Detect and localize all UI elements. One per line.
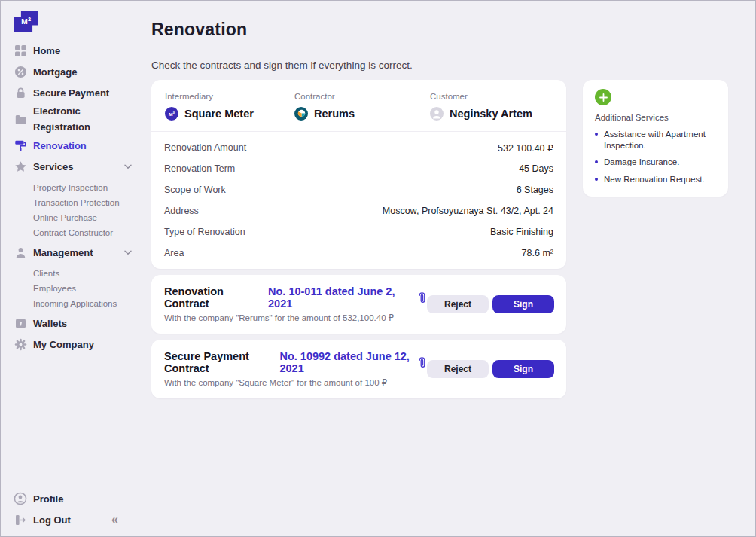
contract-actions: Reject Sign [427, 295, 554, 313]
sidebar-footer: Profile Log Out « [14, 488, 139, 530]
detail-row-type: Type of Renovation Basic Finishing [164, 221, 553, 243]
sidebar-subitem-employees[interactable]: Employees [33, 281, 139, 296]
contract-details-card: Intermediary м² Square Meter Contractor [151, 80, 566, 269]
sidebar-subitem-property-inspection[interactable]: Property Inspection [33, 180, 139, 195]
detail-label: Renovation Term [164, 163, 235, 174]
detail-label: Type of Renovation [164, 227, 245, 237]
sidebar-item-profile[interactable]: Profile [14, 488, 139, 509]
sidebar-item-mortgage[interactable]: Mortgage [14, 61, 139, 82]
sidebar-item-label: Renovation [33, 138, 87, 154]
sidebar-item-management[interactable]: Management [14, 242, 139, 263]
collapse-sidebar-icon[interactable]: « [111, 514, 117, 526]
detail-row-amount: Renovation Amount 532 100.40 ₽ [164, 137, 553, 158]
reject-button[interactable]: Reject [427, 295, 489, 313]
additional-services-title: Additional Services [595, 113, 716, 122]
sidebar-item-my-company[interactable]: My Company [14, 334, 139, 355]
sidebar-item-wallets[interactable]: Wallets [14, 313, 139, 334]
detail-value: 532 100.40 ₽ [498, 142, 553, 154]
detail-row-address: Address Moscow, Profsoyuznaya St. 43/2, … [164, 200, 553, 221]
detail-label: Renovation Amount [164, 142, 246, 153]
rerums-logo [294, 107, 308, 121]
sidebar-item-label: Mortgage [33, 64, 78, 80]
party-role: Customer [430, 92, 553, 101]
folder-icon [14, 113, 27, 126]
service-item-insurance[interactable]: Damage Insurance. [595, 157, 716, 168]
detail-label: Area [164, 248, 184, 258]
detail-row-area: Area 78.6 m² [164, 243, 553, 264]
person-avatar [430, 107, 444, 121]
paperclip-icon[interactable] [417, 356, 427, 369]
gear-icon [14, 338, 27, 351]
sidebar-subitem-clients[interactable]: Clients [33, 266, 139, 281]
paperclip-icon[interactable] [417, 291, 427, 304]
sidebar-item-electronic-registration[interactable]: Electronic Registration [14, 103, 139, 135]
contract-number-link[interactable]: No. 10992 dated June 12, 2021 [279, 350, 412, 374]
contract-title-text: Renovation Contract [164, 285, 264, 310]
detail-value: 6 Stages [517, 185, 553, 195]
sign-button[interactable]: Sign [492, 295, 554, 313]
sidebar-item-label: My Company [33, 337, 94, 352]
service-item-label: Assistance with Apartment Inspection. [604, 129, 716, 151]
app-logo[interactable]: м² [14, 11, 38, 32]
detail-value: Basic Finishing [490, 227, 553, 237]
contract-info: Secure Payment Contract No. 10992 dated … [164, 350, 427, 388]
svg-text:м²: м² [169, 111, 175, 117]
main-content: Renovation Check the contracts and sign … [139, 0, 756, 537]
sidebar-item-label: Electronic Registration [33, 103, 111, 135]
bullet-icon [595, 178, 598, 181]
logout-icon [14, 514, 27, 526]
bullet-icon [595, 133, 598, 136]
page-subtitle: Check the contracts and sign them if eve… [151, 59, 756, 71]
sidebar-item-log-out[interactable]: Log Out « [14, 509, 139, 530]
sidebar-subitem-transaction-protection[interactable]: Transaction Protection [33, 195, 139, 210]
sidebar-subitem-contract-constructor[interactable]: Contract Constructor [33, 225, 139, 240]
party-role: Contractor [294, 92, 430, 101]
plus-icon [599, 93, 608, 102]
service-item-inspection[interactable]: Assistance with Apartment Inspection. [595, 129, 716, 151]
renovation-contract-row: Renovation Contract No. 10-011 dated Jun… [151, 275, 566, 334]
sidebar-nav: Home Mortgage Secure Payment Electronic … [14, 40, 139, 355]
contract-title-text: Secure Payment Contract [164, 350, 276, 374]
party-name: Square Meter [184, 108, 254, 120]
contract-info: Renovation Contract No. 10-011 dated Jun… [164, 285, 427, 323]
page-title: Renovation [151, 20, 756, 40]
parties-row: Intermediary м² Square Meter Contractor [151, 80, 566, 131]
chevron-down-icon[interactable] [124, 164, 132, 169]
party-contractor: Contractor Rerums [294, 92, 430, 121]
wallet-icon [14, 317, 27, 330]
detail-label: Scope of Work [164, 185, 226, 195]
sidebar-subitem-incoming-applications[interactable]: Incoming Applications [33, 296, 139, 311]
percent-icon [14, 66, 27, 78]
chevron-down-icon[interactable] [124, 250, 132, 255]
party-intermediary: Intermediary м² Square Meter [165, 92, 294, 121]
party-name: Neginsky Artem [450, 108, 532, 120]
sidebar-item-secure-payment[interactable]: Secure Payment [14, 82, 139, 103]
sign-button[interactable]: Sign [492, 360, 554, 378]
party-name: Rerums [314, 108, 355, 120]
sidebar-item-renovation[interactable]: Renovation [14, 135, 139, 156]
sidebar-item-services[interactable]: Services [14, 156, 139, 177]
party-role: Intermediary [165, 92, 294, 101]
sidebar-item-label: Management [33, 245, 93, 261]
sidebar-item-label: Home [33, 43, 60, 59]
contract-number-link[interactable]: No. 10-011 dated June 2, 2021 [268, 285, 412, 310]
service-item-label: New Renovation Request. [604, 174, 705, 185]
person-circle-icon [14, 492, 27, 505]
sidebar-subitem-online-purchase[interactable]: Online Purchase [33, 210, 139, 225]
add-service-button[interactable] [595, 89, 611, 105]
sidebar-item-home[interactable]: Home [14, 40, 139, 61]
contract-description: With the company "Rerums" for the amount… [164, 313, 427, 323]
detail-row-scope: Scope of Work 6 Stages [164, 179, 553, 200]
lock-icon [14, 87, 27, 99]
details-list: Renovation Amount 532 100.40 ₽ Renovatio… [151, 132, 566, 269]
contract-title: Renovation Contract No. 10-011 dated Jun… [164, 285, 427, 310]
service-item-new-request[interactable]: New Renovation Request. [595, 174, 716, 185]
paint-roller-icon [14, 139, 27, 152]
bullet-icon [595, 160, 598, 163]
service-item-label: Damage Insurance. [604, 157, 679, 168]
contract-title: Secure Payment Contract No. 10992 dated … [164, 350, 427, 374]
reject-button[interactable]: Reject [427, 360, 489, 378]
additional-services-card: Additional Services Assistance with Apar… [583, 80, 728, 197]
detail-value: 45 Days [519, 163, 553, 174]
detail-label: Address [164, 206, 199, 216]
